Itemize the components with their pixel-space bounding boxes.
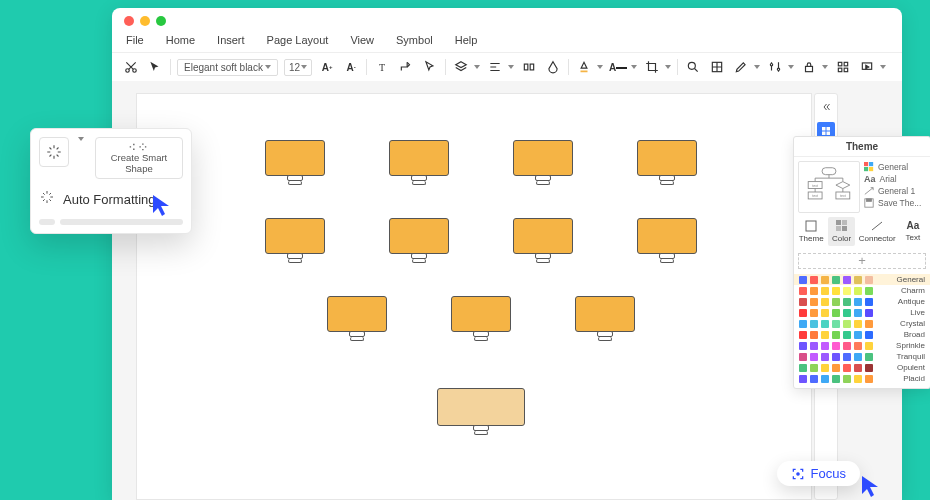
focus-button[interactable]: Focus <box>777 461 860 486</box>
palette-row-sprinkle[interactable]: Sprinkle <box>794 340 930 351</box>
color-swatch <box>865 287 873 295</box>
color-swatch <box>810 309 818 317</box>
theme-tab-connector[interactable]: Connector <box>859 217 896 246</box>
student-desk-shape[interactable] <box>265 140 325 181</box>
color-swatch <box>865 353 873 361</box>
minimize-window-icon[interactable] <box>140 16 150 26</box>
cursor-icon <box>151 193 173 217</box>
layers-icon[interactable] <box>452 58 470 76</box>
student-desk-shape[interactable] <box>513 218 573 259</box>
menu-page-layout[interactable]: Page Layout <box>267 34 329 46</box>
student-desk-shape[interactable] <box>637 140 697 181</box>
theme-tab-text[interactable]: Aa Text <box>900 217 926 246</box>
color-swatch <box>832 309 840 317</box>
color-swatch <box>843 309 851 317</box>
teacher-desk-shape[interactable] <box>437 388 525 431</box>
connector-tool-icon[interactable] <box>397 58 415 76</box>
close-window-icon[interactable] <box>124 16 134 26</box>
svg-point-5 <box>688 62 695 69</box>
student-desk-shape[interactable] <box>513 140 573 181</box>
palette-row-tranquil[interactable]: Tranquil <box>794 351 930 362</box>
font-color-icon[interactable]: A <box>609 58 627 76</box>
palette-row-opulent[interactable]: Opulent <box>794 362 930 373</box>
palette-row-label: Live <box>910 308 925 317</box>
color-swatch <box>821 375 829 383</box>
pointer-icon[interactable] <box>146 58 164 76</box>
color-swatch <box>810 375 818 383</box>
rail-collapse-icon[interactable] <box>817 98 835 116</box>
spark-dropdown-icon[interactable] <box>77 137 87 141</box>
present-icon[interactable] <box>858 58 876 76</box>
student-desk-shape[interactable] <box>389 140 449 181</box>
palette-row-broad[interactable]: Broad <box>794 329 930 340</box>
cut-icon[interactable] <box>122 58 140 76</box>
color-swatch <box>865 342 873 350</box>
spark-button[interactable] <box>39 137 69 167</box>
font-increase-icon[interactable]: A+ <box>318 58 336 76</box>
font-size-select[interactable]: 12 <box>284 59 312 76</box>
color-swatch <box>821 342 829 350</box>
svg-text:text: text <box>812 184 818 188</box>
maximize-window-icon[interactable] <box>156 16 166 26</box>
color-swatch <box>865 364 873 372</box>
svg-point-7 <box>770 64 772 66</box>
student-desk-shape[interactable] <box>451 296 511 337</box>
align-icon[interactable] <box>486 58 504 76</box>
student-desk-shape[interactable] <box>389 218 449 259</box>
table-icon[interactable] <box>708 58 726 76</box>
svg-rect-11 <box>844 62 848 66</box>
spark-icon <box>39 189 55 209</box>
palette-row-label: General <box>897 275 925 284</box>
menu-view[interactable]: View <box>350 34 374 46</box>
menu-home[interactable]: Home <box>166 34 195 46</box>
student-desk-shape[interactable] <box>265 218 325 259</box>
color-swatch <box>810 353 818 361</box>
font-decrease-icon[interactable]: A- <box>342 58 360 76</box>
menu-file[interactable]: File <box>126 34 144 46</box>
crop-icon[interactable] <box>643 58 661 76</box>
opacity-icon[interactable] <box>544 58 562 76</box>
theme-row-connector[interactable]: General 1 <box>864 186 926 196</box>
palette-row-antique[interactable]: Antique <box>794 296 930 307</box>
svg-rect-41 <box>836 226 841 231</box>
text-tool-icon[interactable]: T <box>373 58 391 76</box>
student-desk-shape[interactable] <box>327 296 387 337</box>
color-swatch <box>810 298 818 306</box>
settings-icon[interactable] <box>766 58 784 76</box>
palette-row-live[interactable]: Live <box>794 307 930 318</box>
popup-slider[interactable] <box>39 219 183 225</box>
theme-add-button[interactable]: + <box>798 253 926 269</box>
create-smart-shape-button[interactable]: ⁖⁘ Create Smart Shape <box>95 137 183 179</box>
student-desk-shape[interactable] <box>637 218 697 259</box>
theme-preview[interactable]: text text text <box>798 161 860 213</box>
student-desk-shape[interactable] <box>575 296 635 337</box>
theme-tab-color[interactable]: Color <box>828 217 854 246</box>
color-swatch <box>821 287 829 295</box>
pen-icon[interactable] <box>732 58 750 76</box>
theme-row-font[interactable]: Aa Arial <box>864 174 926 184</box>
lock-icon[interactable] <box>800 58 818 76</box>
palette-row-general[interactable]: General <box>794 274 930 285</box>
menu-insert[interactable]: Insert <box>217 34 245 46</box>
palette-row-crystal[interactable]: Crystal <box>794 318 930 329</box>
palette-row-label: Opulent <box>897 363 925 372</box>
grid-view-icon[interactable] <box>834 58 852 76</box>
fill-color-icon[interactable] <box>575 58 593 76</box>
color-swatch <box>865 309 873 317</box>
drawing-canvas[interactable] <box>136 93 812 500</box>
window-traffic-lights <box>112 8 902 34</box>
select-tool-icon[interactable] <box>421 58 439 76</box>
theme-row-general[interactable]: General <box>864 162 926 172</box>
color-swatch <box>799 364 807 372</box>
font-family-select[interactable]: Elegant soft black <box>177 59 278 76</box>
menu-symbol[interactable]: Symbol <box>396 34 433 46</box>
palette-row-placid[interactable]: Placid <box>794 373 930 384</box>
palette-row-charm[interactable]: Charm <box>794 285 930 296</box>
color-swatch <box>821 309 829 317</box>
menu-help[interactable]: Help <box>455 34 478 46</box>
svg-rect-40 <box>842 220 847 225</box>
theme-tab-theme[interactable]: Theme <box>798 217 824 246</box>
distribute-icon[interactable] <box>520 58 538 76</box>
search-icon[interactable] <box>684 58 702 76</box>
theme-row-save[interactable]: Save The... <box>864 198 926 208</box>
